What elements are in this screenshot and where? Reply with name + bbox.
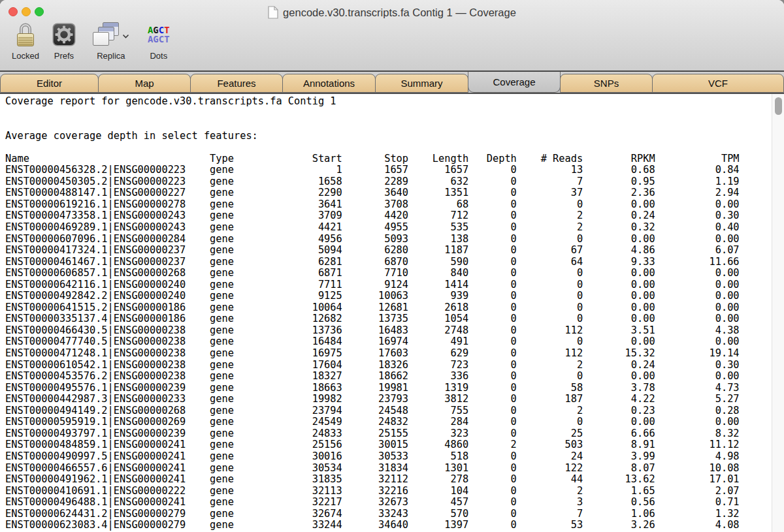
table-row: ENST00000490997.5|ENSG00000241 gene 3001… [5,451,784,463]
tab-snps[interactable]: SNPs [560,74,653,93]
coverage-report-text: Coverage report for gencode.v30.transcri… [0,94,784,532]
titlebar: gencode.v30.transcripts.fa Contig 1 — Co… [0,0,784,20]
toolbar: Locked [0,20,784,70]
table-row: ENST00000607096.1|ENSG00000284 gene 4956… [5,234,784,245]
tab-features[interactable]: Features [190,74,283,93]
table-row: ENST00000492842.2|ENSG00000240 gene 9125… [5,290,784,302]
tab-map[interactable]: Map [98,74,191,93]
tab-summary[interactable]: Summary [375,74,468,93]
table-row: ENST00000624431.2|ENSG00000279 gene 3267… [5,509,784,520]
table-header-row: Name Type Start Stop Length Depth # Read… [5,153,784,165]
report-title-line: Coverage report for gencode.v30.transcri… [5,96,784,108]
table-row: ENST00000335137.4|ENSG00000186 gene 1268… [5,313,784,325]
lock-icon [14,21,37,48]
report-section-line: Average coverage depth in select feature… [5,131,784,142]
coverage-report-view: Coverage report for gencode.v30.transcri… [0,94,784,532]
table-row: ENST00000493797.1|ENSG00000239 gene 2483… [5,428,784,440]
table-row: ENST00000450305.2|ENSG00000223 gene 1658… [5,176,784,188]
toolbar-label: Locked [12,51,39,61]
window-chrome: gencode.v30.transcripts.fa Contig 1 — Co… [0,0,784,72]
table-row: ENST00000491962.1|ENSG00000241 gene 3183… [5,474,784,486]
window-title: gencode.v30.transcripts.fa Contig 1 — Co… [283,7,516,19]
table-row: ENST00000495576.1|ENSG00000239 gene 1866… [5,383,784,394]
table-row: ENST00000641515.2|ENSG00000186 gene 1006… [5,302,784,314]
toolbar-label: Dots [150,51,167,61]
toolbar-label: Replica [97,51,125,61]
table-row: ENST00000410691.1|ENSG00000222 gene 3211… [5,486,784,497]
app-window: gencode.v30.transcripts.fa Contig 1 — Co… [0,0,784,532]
table-row: ENST00000642116.1|ENSG00000240 gene 7711… [5,279,784,291]
chevron-down-icon[interactable] [122,34,129,39]
table-row: ENST00000466430.5|ENSG00000238 gene 1373… [5,325,784,337]
tab-vcf[interactable]: VCF [652,74,784,93]
toolbar-button-prefs[interactable]: Prefs [52,20,76,61]
table-row: ENST00000606857.1|ENSG00000268 gene 6871… [5,268,784,279]
table-row: ENST00000417324.1|ENSG00000237 gene 5094… [5,245,784,257]
table-row: ENST00000610542.1|ENSG00000238 gene 1760… [5,360,784,371]
table-row: ENST00000469289.1|ENSG00000243 gene 4421… [5,222,784,234]
document-icon [268,6,278,19]
blank-line [5,108,784,119]
table-row: ENST00000473358.1|ENSG00000243 gene 3709… [5,210,784,222]
title-area: gencode.v30.transcripts.fa Contig 1 — Co… [0,0,784,22]
traffic-lights [8,7,44,16]
table-row: ENST00000619216.1|ENSG00000278 gene 3641… [5,199,784,211]
gear-icon [52,23,76,46]
toolbar-button-dots[interactable]: AGCTAGCT Dots [148,20,170,61]
blank-line [5,119,784,131]
table-row: ENST00000488147.1|ENSG00000227 gene 2290… [5,187,784,199]
close-button[interactable] [8,7,18,16]
tab-coverage[interactable]: Coverage [468,72,561,93]
zoom-button[interactable] [35,7,44,16]
table-row: ENST00000494149.2|ENSG00000268 gene 2379… [5,405,784,417]
table-row: ENST00000484859.1|ENSG00000241 gene 2515… [5,439,784,451]
table-row: ENST00000595919.1|ENSG00000269 gene 2454… [5,416,784,428]
scrollbar-thumb[interactable] [775,97,782,115]
vertical-scrollbar[interactable] [772,94,784,532]
blank-line [5,142,784,153]
toolbar-button-replica[interactable]: Replica [93,20,129,61]
windows-stack-icon [93,22,120,47]
table-row: ENST00000461467.1|ENSG00000237 gene 6281… [5,257,784,268]
toolbar-button-locked[interactable]: Locked [12,20,39,61]
table-row: ENST00000466557.6|ENSG00000241 gene 3053… [5,463,784,475]
tab-bar: EditorMapFeaturesAnnotationsSummaryCover… [0,72,784,94]
toolbar-label: Prefs [54,51,74,61]
table-row: ENST00000453576.2|ENSG00000238 gene 1832… [5,371,784,383]
table-row: ENST00000623083.4|ENSG00000279 gene 3324… [5,520,784,531]
table-row: ENST00000471248.1|ENSG00000238 gene 1697… [5,348,784,360]
table-row: ENST00000442987.3|ENSG00000233 gene 1998… [5,394,784,405]
minimize-button[interactable] [22,7,31,16]
table-row: ENST00000496488.1|ENSG00000241 gene 3221… [5,497,784,509]
table-row: ENST00000477740.5|ENSG00000238 gene 1648… [5,336,784,348]
tab-annotations[interactable]: Annotations [282,74,376,93]
tab-editor[interactable]: Editor [0,74,99,93]
table-row: ENST00000456328.2|ENSG00000223 gene 1 16… [5,164,784,176]
agct-dots-icon: AGCTAGCT [148,25,170,44]
